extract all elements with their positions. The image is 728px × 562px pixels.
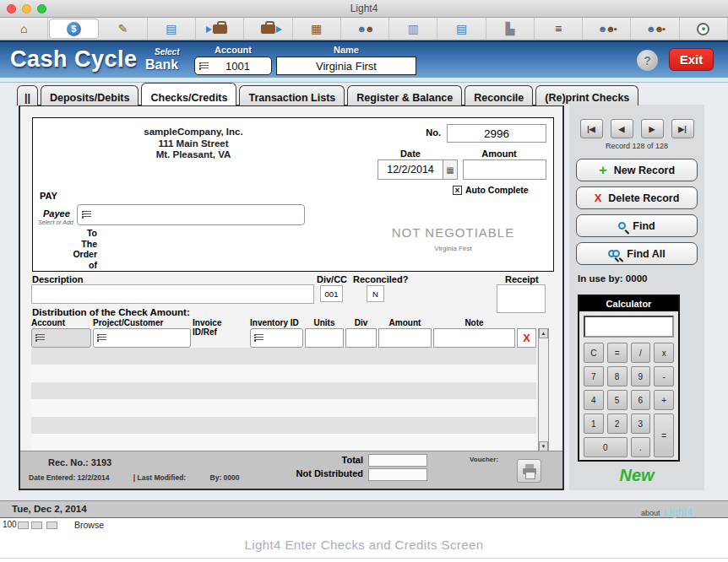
calc-key-4[interactable]: 4 [584, 390, 604, 410]
toolbar-briefcase-out-icon[interactable] [244, 18, 292, 40]
description-field[interactable] [31, 284, 314, 304]
toolbar-cash-cycle-icon[interactable]: $ [49, 19, 98, 39]
delete-record-button[interactable]: X Delete Record [576, 186, 698, 209]
units-field[interactable] [305, 328, 344, 348]
toolbar-people-money-icon[interactable]: ☻☻ [341, 18, 389, 40]
payee-field[interactable] [77, 204, 305, 225]
calc-key-x[interactable]: x [654, 343, 674, 363]
page-title: Cash Cycle [10, 46, 138, 73]
toolbar-building-icon[interactable]: ▥ [389, 18, 437, 40]
tab-register-balance[interactable]: Register & Balance [347, 85, 462, 105]
list-picker-icon[interactable] [254, 334, 263, 342]
description-label: Description [32, 274, 84, 284]
toolbar-factory-icon[interactable]: ▙ [486, 18, 535, 40]
toolbar-record-globe-icon[interactable]: ● [680, 18, 728, 40]
reconciled-field[interactable]: N [367, 285, 384, 302]
calc-key-8[interactable]: 8 [607, 366, 627, 386]
exit-button[interactable]: Exit [669, 48, 714, 71]
receipt-field[interactable] [497, 284, 546, 313]
record-meta: Date Entered: 12/2/2014 | Last Modified:… [29, 473, 262, 482]
calc-key-3[interactable]: 3 [631, 413, 651, 434]
print-button[interactable] [517, 459, 541, 483]
find-button[interactable]: Find [576, 214, 698, 237]
inventory-id-field[interactable] [250, 328, 303, 348]
calc-key-6[interactable]: 6 [631, 390, 651, 410]
company-block: sampleCompany, Inc. 111 Main Street Mt. … [92, 127, 295, 161]
calc-key-2[interactable]: 2 [607, 413, 627, 434]
calc-key-0[interactable]: 0 [584, 437, 627, 457]
toolbar-checklist-icon[interactable]: ▤ [437, 18, 486, 40]
new-record-button[interactable]: + New Record [576, 159, 698, 181]
last-modified: | Last Modified: [133, 473, 186, 482]
zoom-out-icon[interactable] [18, 521, 29, 529]
tab-reconcile[interactable]: Reconcile [465, 85, 533, 105]
check-no-field[interactable]: 2996 [447, 124, 546, 143]
amount-field[interactable] [463, 159, 546, 180]
list-picker-icon[interactable] [199, 62, 209, 70]
browse-mode-label: Browse [74, 520, 104, 530]
note-field[interactable] [433, 328, 515, 348]
calendar-icon[interactable]: ▦ [443, 159, 458, 180]
invoice-id-field[interactable] [193, 328, 248, 348]
about-link[interactable]: about Light4 [641, 504, 693, 519]
toolbar-people-briefcase-icon[interactable]: ☻☻▪ [583, 18, 631, 40]
prev-record-button[interactable]: ◀ [611, 119, 633, 138]
calc-key-7[interactable]: 7 [584, 366, 604, 386]
titlebar: Light4 [0, 0, 728, 18]
divcc-field[interactable]: 001 [320, 285, 343, 302]
calc-key-=[interactable]: = [607, 343, 627, 363]
toolbar-home-icon[interactable]: ⌂ [0, 18, 48, 40]
reconciled-label: Reconciled? [353, 274, 408, 284]
calc-key-.[interactable]: . [631, 437, 651, 457]
delete-row-button[interactable]: X [517, 328, 536, 348]
toolbar-edit-icon[interactable]: ✎ [100, 18, 148, 40]
empty-row [31, 434, 536, 451]
zoom-in-icon[interactable] [31, 521, 42, 529]
toolbar-people-briefcase-arrow-icon[interactable]: ☻☻▪ [631, 18, 679, 40]
calculator-display[interactable] [584, 316, 674, 338]
first-record-button[interactable]: |◀ [580, 119, 603, 138]
toolbar-briefcase-in-icon[interactable] [196, 18, 244, 40]
next-record-button[interactable]: ▶ [641, 119, 664, 138]
tab-checks-credits[interactable]: Checks/Credits [141, 83, 236, 105]
calc-key-+[interactable]: + [654, 390, 674, 410]
date-field[interactable]: 12/2/2014 [378, 159, 443, 180]
last-record-button[interactable]: ▶| [671, 119, 694, 138]
payee-hint: Select or Add [38, 219, 73, 225]
scroll-up-icon[interactable]: ▲ [539, 328, 548, 338]
auto-complete-checkbox[interactable]: × [453, 186, 462, 195]
tab-handle[interactable]: || [17, 85, 38, 105]
layout-mode-icon[interactable] [46, 521, 57, 529]
list-picker-icon[interactable] [35, 334, 45, 342]
calc-key-1[interactable]: 1 [584, 413, 604, 434]
amount-field[interactable] [378, 328, 432, 348]
find-all-button[interactable]: Find All [576, 242, 698, 265]
delete-x-icon: X [595, 192, 602, 204]
calc-key--[interactable]: - [654, 366, 674, 386]
plus-icon: + [599, 165, 607, 176]
calc-key-/[interactable]: / [631, 343, 651, 363]
toolbar-form-icon[interactable]: ▤ [148, 18, 196, 40]
calc-key-9[interactable]: 9 [631, 366, 651, 386]
tab-deposits-debits[interactable]: Deposits/Debits [41, 85, 139, 105]
inventory-boxes-icon: ▦ [311, 23, 322, 35]
help-button[interactable]: ? [637, 50, 658, 71]
cash-cycle-icon: $ [67, 22, 81, 36]
account-field[interactable]: 1001 [194, 57, 272, 75]
double-magnifier-icon [608, 248, 620, 260]
bank-name-field[interactable]: Virginia First [276, 57, 416, 75]
toolbar-list-icon[interactable]: ≡ [535, 18, 583, 40]
toolbar-inventory-boxes-icon[interactable]: ▦ [293, 18, 341, 40]
calc-key-5[interactable]: 5 [607, 390, 627, 410]
account-field[interactable] [31, 328, 91, 348]
calc-key-=[interactable]: = [654, 413, 674, 457]
distribution-scrollbar[interactable]: ▲ ▼ [538, 328, 549, 451]
list-picker-icon[interactable] [97, 334, 106, 342]
div-field[interactable] [345, 328, 377, 348]
calc-key-C[interactable]: C [584, 343, 604, 363]
tab-transaction-lists[interactable]: Transaction Lists [239, 85, 345, 105]
list-picker-icon[interactable] [82, 211, 91, 219]
caption-area: Light4 Enter Checks and Credits Screen [0, 532, 728, 562]
project-customer-field[interactable] [93, 328, 191, 348]
tab--re-print-checks[interactable]: (Re)print Checks [535, 85, 638, 105]
